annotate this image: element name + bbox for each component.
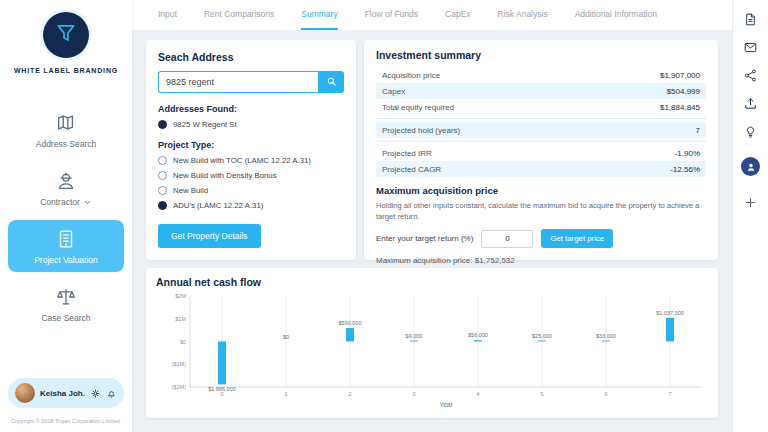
search-icon	[326, 75, 337, 90]
option-label: New Build	[173, 186, 208, 195]
project-type-option-new-build[interactable]: New Build	[158, 186, 344, 195]
summary-row-label: Total equity required	[382, 103, 454, 112]
lightbulb-icon[interactable]	[743, 124, 758, 139]
tab-input[interactable]: Input	[158, 9, 177, 30]
y-tick-label: $2M	[175, 293, 186, 299]
sidebar-item-label: Case Search	[41, 313, 90, 323]
summary-row-value: -12.56%	[670, 165, 700, 174]
option-label: New Build with TOC (LAMC 12.22 A.31)	[173, 156, 311, 165]
bar-year-2[interactable]	[346, 328, 354, 342]
tab-rent-comparisons[interactable]: Rent Comparisons	[204, 9, 274, 30]
tab-capex[interactable]: CapEx	[445, 9, 471, 30]
target-return-input[interactable]	[481, 230, 533, 248]
user-pill[interactable]: Keisha Joh.	[8, 378, 124, 408]
bar-year-0[interactable]	[218, 342, 226, 385]
investment-summary-title: Investment summary	[376, 49, 706, 61]
target-return-row: Enter your target return (%) Get target …	[376, 229, 706, 248]
max-acquisition-description: Holding all other inputs constant, calcu…	[376, 200, 706, 222]
document-icon[interactable]	[743, 12, 758, 27]
project-type-option-new-build-with-density-bonus[interactable]: New Build with Density Bonus	[158, 171, 344, 180]
contractor-icon	[55, 170, 77, 192]
summary-row-projected-cagr: Projected CAGR-12.56%	[376, 161, 706, 177]
user-avatar[interactable]	[741, 157, 760, 176]
tab-flow-of-funds[interactable]: Flow of Funds	[365, 9, 418, 30]
radio-button[interactable]	[158, 186, 167, 195]
user-avatar	[15, 383, 35, 403]
bar-value-label: $0	[283, 334, 289, 340]
y-tick-label: ($1M)	[172, 361, 187, 367]
case-search-icon	[55, 286, 77, 308]
max-acquisition-title: Maximum acquisition price	[376, 185, 706, 196]
x-tick-label: 7	[668, 391, 672, 397]
project-type-option-new-build-with-toc-lamc-12-22-a-31[interactable]: New Build with TOC (LAMC 12.22 A.31)	[158, 156, 344, 165]
bar-value-label: $33,000	[596, 333, 616, 339]
bar-value-label: $56,000	[468, 332, 488, 338]
summary-row-value: $1,907,000	[660, 71, 700, 80]
investment-summary-card: Investment summary Acquisition price$1,9…	[364, 40, 718, 260]
tab-summary[interactable]: Summary	[301, 9, 337, 30]
radio-button[interactable]	[158, 120, 167, 129]
x-axis-title: Year	[439, 401, 453, 408]
tab-additional-information[interactable]: Additional Information	[575, 9, 657, 30]
funnel-logo-icon	[53, 20, 79, 50]
summary-row-value: -1.90%	[675, 149, 700, 158]
sidebar-nav: Address SearchContractorProject Valuatio…	[0, 104, 132, 330]
bar-year-4[interactable]	[474, 340, 482, 341]
plus-icon[interactable]	[743, 195, 758, 210]
summary-row-total-equity-required: Total equity required$1,884,845	[376, 99, 706, 115]
address-search-bar	[158, 71, 344, 93]
upload-icon[interactable]	[743, 96, 758, 111]
bar-year-6[interactable]	[602, 341, 610, 342]
option-label: New Build with Density Bonus	[173, 171, 277, 180]
addresses-list: 9825 W Regent St	[158, 120, 344, 129]
mail-icon[interactable]	[743, 40, 758, 55]
search-button[interactable]	[318, 71, 344, 93]
summary-row-label: Projected CAGR	[382, 165, 441, 174]
search-address-card: Seach Address Addresses Found: 9825 W Re…	[146, 40, 356, 260]
get-property-details-button[interactable]: Get Property Details	[158, 224, 261, 248]
address-search-input[interactable]	[158, 71, 318, 93]
sidebar-item-project-valuation[interactable]: Project Valuation	[8, 220, 124, 272]
radio-button[interactable]	[158, 201, 167, 210]
bar-year-3[interactable]	[410, 341, 418, 342]
x-tick-label: 1	[284, 391, 288, 397]
bar-year-7[interactable]	[666, 318, 674, 342]
max-acquisition-result: Maximum acquisition price: $1,752,532	[376, 256, 706, 265]
share-icon[interactable]	[743, 68, 758, 83]
x-tick-label: 5	[540, 391, 544, 397]
tab-bar: InputRent ComparisonsSummaryFlow of Fund…	[132, 0, 732, 30]
building-valuation-icon	[55, 228, 77, 250]
gear-icon[interactable]	[90, 388, 101, 399]
main-area: InputRent ComparisonsSummaryFlow of Fund…	[132, 0, 732, 432]
project-type-option-adu-s-lamc-12-22-a-31[interactable]: ADU's (LAMC 12.22 A.31)	[158, 201, 344, 210]
map-search-icon	[55, 112, 77, 134]
option-label: ADU's (LAMC 12.22 A.31)	[173, 201, 263, 210]
summary-row-label: Projected IRR	[382, 149, 432, 158]
sidebar-item-case-search[interactable]: Case Search	[8, 278, 124, 330]
bar-value-label: $9,000	[406, 333, 423, 339]
option-label: 9825 W Regent St	[173, 120, 237, 129]
x-tick-label: 6	[604, 391, 608, 397]
bar-year-5[interactable]	[538, 341, 546, 342]
radio-button[interactable]	[158, 171, 167, 180]
bell-icon[interactable]	[106, 388, 117, 399]
sidebar-item-label: Contractor	[40, 197, 80, 207]
project-type-list: New Build with TOC (LAMC 12.22 A.31)New …	[158, 156, 344, 210]
content-area: Seach Address Addresses Found: 9825 W Re…	[132, 30, 732, 432]
radio-button[interactable]	[158, 156, 167, 165]
sidebar-item-contractor[interactable]: Contractor	[8, 162, 124, 214]
search-card-title: Seach Address	[158, 51, 344, 63]
target-return-label: Enter your target return (%)	[376, 234, 473, 243]
bar-value-label: $593,000	[339, 320, 362, 326]
get-target-price-button[interactable]: Get target price	[541, 229, 613, 248]
tab-risk-analysis[interactable]: Risk Analysis	[498, 9, 548, 30]
summary-row-acquisition-price: Acquisition price$1,907,000	[376, 67, 706, 83]
address-option-9825-w-regent-st[interactable]: 9825 W Regent St	[158, 120, 344, 129]
y-tick-label: ($2M)	[172, 384, 187, 390]
brand-name: WHITE LABEL BRANDING	[14, 67, 118, 74]
copyright-text: Copyright © 2018 Trojan Corporation Limi…	[0, 418, 132, 424]
chart-title: Annual net cash flow	[156, 276, 708, 288]
project-type-label: Project Type:	[158, 140, 344, 150]
summary-row-capex: Capex$504,999	[376, 83, 706, 99]
sidebar-item-address-search[interactable]: Address Search	[8, 104, 124, 156]
